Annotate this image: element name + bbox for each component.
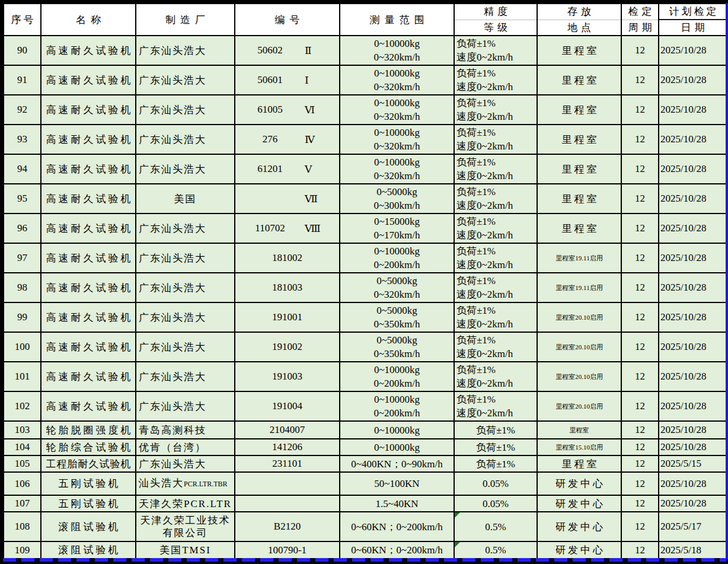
cell-accuracy-grade[interactable]: 负荷±1%速度0~2km/h (454, 154, 537, 184)
cell-accuracy-grade[interactable]: 负荷±1% (454, 421, 537, 439)
cell-accuracy-grade[interactable]: 负荷±1%速度0~2km/h (454, 362, 537, 391)
header-col-planned-date[interactable]: 计划检定 日期 (659, 4, 727, 36)
cell-serial-no[interactable]: 90 (4, 36, 41, 65)
cell-verification-cycle[interactable]: 12 (621, 472, 659, 495)
cell-serial-no[interactable]: 92 (4, 95, 41, 125)
cell-serial-no[interactable]: 100 (4, 332, 41, 362)
cell-verification-cycle[interactable]: 12 (621, 362, 659, 391)
cell-manufacturer[interactable]: 广东汕头浩大 (136, 273, 235, 302)
cell-name[interactable]: 高速耐久试验机 (41, 273, 136, 302)
cell-name[interactable]: 轮胎综合试验机 (41, 439, 136, 455)
cell-serial-number[interactable]: 50602Ⅱ (235, 36, 340, 65)
cell-serial-number[interactable]: 181002 (235, 243, 340, 273)
cell-verification-cycle[interactable]: 12 (621, 421, 659, 439)
cell-name[interactable]: 高速耐久试验机 (41, 302, 136, 332)
cell-measurement-range[interactable]: 0~10000kg0~200km/h (340, 243, 454, 273)
cell-measurement-range[interactable]: 0~5000kg0~300km/h (340, 184, 454, 214)
cell-measurement-range[interactable]: 0~10000kg (340, 439, 454, 455)
cell-name[interactable]: 轮胎脱圈强度机 (41, 421, 136, 439)
cell-planned-date[interactable]: 2025/5/18 (659, 541, 727, 559)
cell-verification-cycle[interactable]: 12 (621, 439, 659, 455)
cell-serial-number[interactable]: 191001 (235, 302, 340, 332)
cell-measurement-range[interactable]: 0~10000kg0~320km/h (340, 95, 454, 125)
cell-storage-location[interactable]: 里程室19.11启用 (537, 273, 621, 302)
cell-storage-location[interactable]: 里程室 (537, 36, 621, 65)
header-col-serial-no[interactable]: 序号 (4, 4, 41, 36)
cell-accuracy-grade[interactable]: 负荷±1%速度0~2km/h (454, 214, 537, 243)
cell-serial-number[interactable]: 231101 (235, 455, 340, 472)
cell-measurement-range[interactable]: 0~60KN；0~200km/h (340, 541, 454, 559)
cell-name[interactable]: 高速耐久试验机 (41, 214, 136, 243)
cell-manufacturer[interactable]: 广东汕头浩大 (136, 391, 235, 421)
cell-serial-number[interactable]: 141206 (235, 439, 340, 455)
cell-manufacturer[interactable]: 广东汕头浩大 (136, 332, 235, 362)
cell-storage-location[interactable]: 研发中心 (537, 472, 621, 495)
cell-verification-cycle[interactable]: 12 (621, 455, 659, 472)
cell-planned-date[interactable]: 2025/10/28 (659, 184, 727, 214)
cell-verification-cycle[interactable]: 12 (621, 302, 659, 332)
cell-serial-no[interactable]: 108 (4, 512, 41, 541)
cell-manufacturer[interactable]: 广东汕头浩大 (136, 125, 235, 154)
cell-serial-number[interactable] (235, 472, 340, 495)
cell-manufacturer[interactable]: 美国 (136, 184, 235, 214)
cell-serial-number[interactable]: 110702Ⅷ (235, 214, 340, 243)
cell-storage-location[interactable]: 研发中心 (537, 512, 621, 541)
cell-planned-date[interactable]: 2025/5/15 (659, 455, 727, 472)
cell-serial-no[interactable]: 109 (4, 541, 41, 559)
cell-storage-location[interactable]: 研发中心 (537, 541, 621, 559)
cell-accuracy-grade[interactable]: 负荷±1%速度0~2km/h (454, 273, 537, 302)
cell-manufacturer[interactable]: 美国TMSI (136, 541, 235, 559)
cell-planned-date[interactable]: 2025/10/28 (659, 243, 727, 273)
cell-accuracy-grade[interactable]: 负荷±1%速度0~2km/h (454, 332, 537, 362)
cell-serial-no[interactable]: 101 (4, 362, 41, 391)
cell-verification-cycle[interactable]: 12 (621, 512, 659, 541)
cell-storage-location[interactable]: 里程室20.10启用 (537, 332, 621, 362)
header-col-cycle[interactable]: 检定 周期 (621, 4, 659, 36)
cell-manufacturer[interactable]: 青岛高测科技 (136, 421, 235, 439)
cell-serial-number[interactable] (235, 495, 340, 512)
cell-planned-date[interactable]: 2025/10/28 (659, 362, 727, 391)
cell-name[interactable]: 五刚试验机 (41, 472, 136, 495)
header-col-name[interactable]: 名称 (41, 4, 136, 36)
cell-serial-number[interactable]: 181003 (235, 273, 340, 302)
cell-name[interactable]: 高速耐久试验机 (41, 362, 136, 391)
cell-serial-no[interactable]: 106 (4, 472, 41, 495)
cell-name[interactable]: 高速耐久试验机 (41, 36, 136, 65)
cell-manufacturer[interactable]: 广东汕头浩大 (136, 243, 235, 273)
cell-measurement-range[interactable]: 0~10000kg0~200km/h (340, 362, 454, 391)
cell-verification-cycle[interactable]: 12 (621, 214, 659, 243)
cell-storage-location[interactable]: 里程室20.10启用 (537, 362, 621, 391)
cell-verification-cycle[interactable]: 12 (621, 273, 659, 302)
cell-serial-number[interactable]: 191003 (235, 362, 340, 391)
cell-serial-no[interactable]: 96 (4, 214, 41, 243)
cell-accuracy-grade[interactable]: 0.05% (454, 495, 537, 512)
cell-verification-cycle[interactable]: 12 (621, 391, 659, 421)
cell-measurement-range[interactable]: 1.5~40KN (340, 495, 454, 512)
cell-measurement-range[interactable]: 0~5000kg0~350km/h (340, 332, 454, 362)
cell-serial-no[interactable]: 95 (4, 184, 41, 214)
cell-verification-cycle[interactable]: 12 (621, 243, 659, 273)
cell-manufacturer[interactable]: 广东汕头浩大 (136, 95, 235, 125)
cell-serial-number[interactable]: 61201Ⅴ (235, 154, 340, 184)
cell-measurement-range[interactable]: 0~10000kg0~320km/h (340, 154, 454, 184)
cell-serial-no[interactable]: 105 (4, 455, 41, 472)
cell-accuracy-grade[interactable]: 0.5% (454, 512, 537, 541)
cell-verification-cycle[interactable]: 12 (621, 332, 659, 362)
cell-storage-location[interactable]: 研发中心 (537, 495, 621, 512)
cell-serial-number[interactable]: Ⅶ (235, 184, 340, 214)
cell-manufacturer[interactable]: 天津久荣PCR.LTR (136, 495, 235, 512)
cell-verification-cycle[interactable]: 12 (621, 495, 659, 512)
cell-planned-date[interactable]: 2025/10/28 (659, 65, 727, 95)
cell-planned-date[interactable]: 2025/10/28 (659, 36, 727, 65)
cell-serial-no[interactable]: 94 (4, 154, 41, 184)
cell-storage-location[interactable]: 里程室15.10启用 (537, 439, 621, 455)
cell-accuracy-grade[interactable]: 负荷±1%速度0~2km/h (454, 184, 537, 214)
cell-storage-location[interactable]: 里程室 (537, 214, 621, 243)
cell-verification-cycle[interactable]: 12 (621, 65, 659, 95)
cell-name[interactable]: 工程胎耐久试验机 (41, 455, 136, 472)
cell-accuracy-grade[interactable]: 负荷±1% (454, 455, 537, 472)
cell-name[interactable]: 高速耐久试验机 (41, 125, 136, 154)
cell-measurement-range[interactable]: 0~10000kg0~320km/h (340, 125, 454, 154)
cell-planned-date[interactable]: 2025/5/17 (659, 512, 727, 541)
cell-accuracy-grade[interactable]: 0.5% (454, 541, 537, 559)
